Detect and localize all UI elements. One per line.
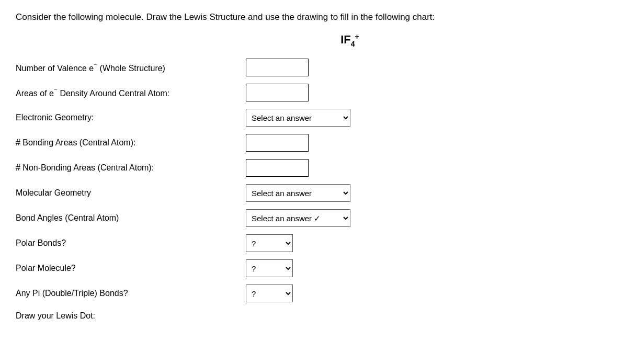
row-polar-molecule: Polar Molecule? ? Yes No <box>16 259 621 278</box>
label-bond-angles: Bond Angles (Central Atom) <box>16 213 246 223</box>
row-polar-bonds: Polar Bonds? ? Yes No <box>16 234 621 253</box>
select-electronic-geometry[interactable]: Select an answer linear trigonal planar … <box>246 109 350 127</box>
label-bonding-areas: # Bonding Areas (Central Atom): <box>16 138 246 147</box>
label-polar-bonds: Polar Bonds? <box>16 238 246 248</box>
label-polar-molecule: Polar Molecule? <box>16 264 246 273</box>
row-pi-bonds: Any Pi (Double/Triple) Bonds? ? Yes No <box>16 284 621 303</box>
row-bonding-areas: # Bonding Areas (Central Atom): <box>16 133 621 152</box>
label-electron-density: Areas of e⁻ Density Around Central Atom: <box>16 87 246 98</box>
label-molecular-geometry: Molecular Geometry <box>16 188 246 198</box>
select-polar-bonds[interactable]: ? Yes No <box>246 234 293 252</box>
row-electronic-geometry: Electronic Geometry: Select an answer li… <box>16 108 621 127</box>
row-nonbonding-areas: # Non-Bonding Areas (Central Atom): <box>16 158 621 177</box>
input-bonding-areas[interactable] <box>246 134 309 152</box>
label-electronic-geometry: Electronic Geometry: <box>16 113 246 122</box>
row-electron-density: Areas of e⁻ Density Around Central Atom: <box>16 83 621 102</box>
intro-text: Consider the following molecule. Draw th… <box>16 10 486 24</box>
row-molecular-geometry: Molecular Geometry Select an answer line… <box>16 184 621 202</box>
label-nonbonding-areas: # Non-Bonding Areas (Central Atom): <box>16 163 246 173</box>
form-table: Number of Valence e⁻ (Whole Structure) A… <box>16 58 621 303</box>
input-electron-density[interactable] <box>246 84 309 101</box>
select-bond-angles[interactable]: Select an answer ✓ 90° 109.5° 120° 180° <box>246 209 350 227</box>
molecule-title: IF4+ <box>78 32 621 48</box>
row-bond-angles: Bond Angles (Central Atom) Select an ans… <box>16 209 621 228</box>
row-valence-electrons: Number of Valence e⁻ (Whole Structure) <box>16 58 621 77</box>
select-polar-molecule[interactable]: ? Yes No <box>246 259 293 277</box>
label-pi-bonds: Any Pi (Double/Triple) Bonds? <box>16 289 246 298</box>
molecule-subscript: 4 <box>351 39 355 48</box>
input-nonbonding-areas[interactable] <box>246 159 309 177</box>
draw-label: Draw your Lewis Dot: <box>16 311 621 321</box>
select-molecular-geometry[interactable]: Select an answer linear trigonal planar … <box>246 184 350 202</box>
label-valence-electrons: Number of Valence e⁻ (Whole Structure) <box>16 62 246 73</box>
select-pi-bonds[interactable]: ? Yes No <box>246 285 293 302</box>
molecule-superscript: + <box>355 32 359 41</box>
input-valence-electrons[interactable] <box>246 59 309 76</box>
